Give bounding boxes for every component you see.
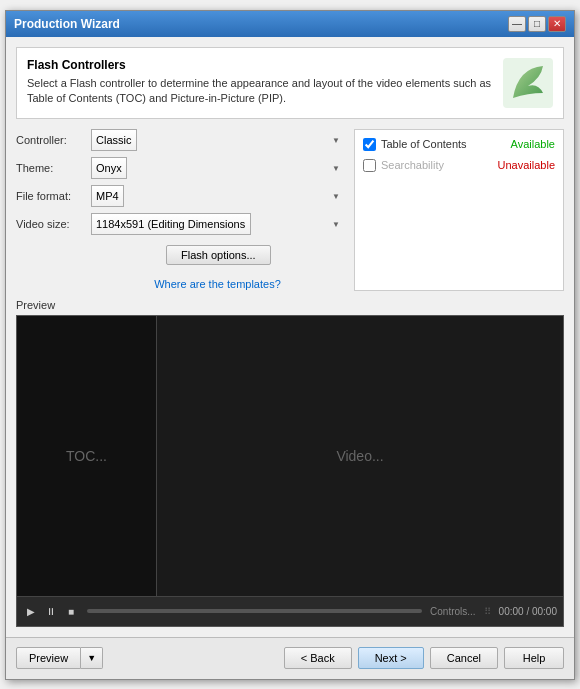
toc-preview-text: TOC... [66, 448, 107, 464]
controller-label: Controller: [16, 134, 91, 146]
toc-row: Table of Contents Available [363, 138, 555, 151]
controls-label: Controls... [430, 606, 476, 617]
toc-preview-panel: TOC... [17, 316, 157, 596]
cancel-button[interactable]: Cancel [430, 647, 498, 669]
controller-row: Controller: Classic [16, 129, 344, 151]
toc-status: Available [511, 138, 555, 150]
theme-label: Theme: [16, 162, 91, 174]
theme-row: Theme: Onyx [16, 157, 344, 179]
template-link[interactable]: Where are the templates? [154, 278, 281, 290]
video-preview-text: Video... [336, 448, 383, 464]
close-button[interactable]: ✕ [548, 16, 566, 32]
video-preview-panel: Video... [157, 316, 563, 596]
searchability-label: Searchability [381, 159, 444, 171]
video-size-label: Video size: [16, 218, 91, 230]
pause-button[interactable]: ⏸ [43, 603, 59, 619]
section-title: Flash Controllers [27, 58, 493, 72]
footer-right: < Back Next > Cancel Help [284, 647, 564, 669]
maximize-button[interactable]: □ [528, 16, 546, 32]
help-button[interactable]: Help [504, 647, 564, 669]
minimize-button[interactable]: — [508, 16, 526, 32]
preview-main: TOC... Video... [17, 316, 563, 596]
controls-bar: ▶ ⏸ ■ Controls... ⠿ 00:00 / 00:00 [17, 596, 563, 626]
footer-left: Preview ▼ [16, 647, 103, 669]
file-format-label: File format: [16, 190, 91, 202]
header-icon [503, 58, 553, 108]
title-bar: Production Wizard — □ ✕ [6, 11, 574, 37]
header-text: Flash Controllers Select a Flash control… [27, 58, 493, 107]
window-title: Production Wizard [14, 17, 120, 31]
searchability-checkbox[interactable] [363, 159, 376, 172]
theme-select[interactable]: Onyx [91, 157, 127, 179]
preview-section-label: Preview [16, 299, 564, 311]
video-size-select-wrapper: 1184x591 (Editing Dimensions [91, 213, 344, 235]
progress-bar[interactable] [87, 609, 422, 613]
searchability-status: Unavailable [498, 159, 555, 171]
stop-button[interactable]: ■ [63, 603, 79, 619]
options-panel: Table of Contents Available Searchabilit… [354, 129, 564, 291]
theme-select-wrapper: Onyx [91, 157, 344, 179]
next-button[interactable]: Next > [358, 647, 424, 669]
preview-dropdown-button[interactable]: ▼ [81, 647, 103, 669]
video-size-row: Video size: 1184x591 (Editing Dimensions [16, 213, 344, 235]
file-format-row: File format: MP4 [16, 185, 344, 207]
header-section: Flash Controllers Select a Flash control… [16, 47, 564, 119]
searchability-checkbox-group: Searchability [363, 159, 444, 172]
main-window: Production Wizard — □ ✕ Flash Controller… [5, 10, 575, 680]
video-size-select[interactable]: 1184x591 (Editing Dimensions [91, 213, 251, 235]
flash-options-button[interactable]: Flash options... [166, 245, 271, 265]
toc-checkbox[interactable] [363, 138, 376, 151]
toc-checkbox-group: Table of Contents [363, 138, 467, 151]
template-link-container: Where are the templates? [16, 277, 344, 291]
searchability-row: Searchability Unavailable [363, 159, 555, 172]
play-button[interactable]: ▶ [23, 603, 39, 619]
time-display: 00:00 / 00:00 [499, 606, 557, 617]
back-button[interactable]: < Back [284, 647, 352, 669]
footer: Preview ▼ < Back Next > Cancel Help [6, 637, 574, 679]
toc-label: Table of Contents [381, 138, 467, 150]
controller-select[interactable]: Classic [91, 129, 137, 151]
preview-button[interactable]: Preview [16, 647, 81, 669]
main-panel: Controller: Classic Theme: Onyx [16, 129, 564, 291]
preview-container: TOC... Video... ▶ ⏸ ■ Controls... ⠿ 00:0… [16, 315, 564, 627]
file-format-select[interactable]: MP4 [91, 185, 124, 207]
file-format-select-wrapper: MP4 [91, 185, 344, 207]
section-description: Select a Flash controller to determine t… [27, 76, 493, 107]
controller-select-wrapper: Classic [91, 129, 344, 151]
content-area: Flash Controllers Select a Flash control… [6, 37, 574, 637]
form-panel: Controller: Classic Theme: Onyx [16, 129, 344, 291]
title-bar-controls: — □ ✕ [508, 16, 566, 32]
